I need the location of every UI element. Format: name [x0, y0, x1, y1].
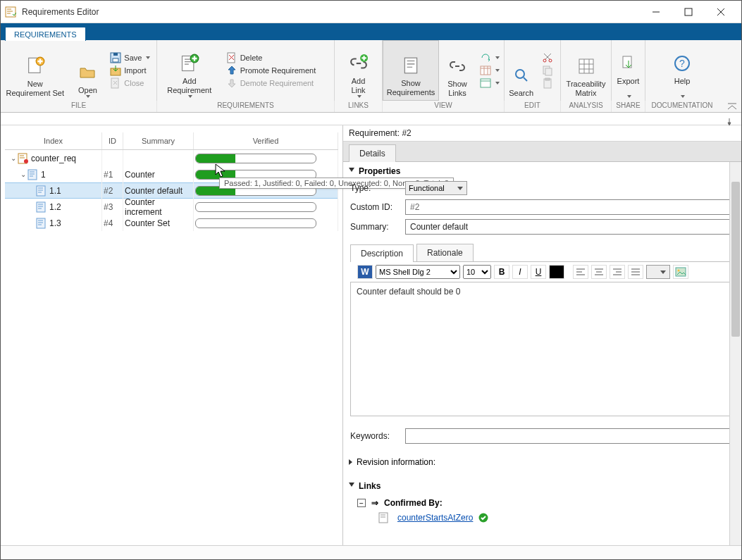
style-select[interactable]: [646, 265, 670, 279]
type-label: Type:: [350, 183, 400, 193]
open-label: Open: [78, 86, 97, 95]
links-label: Links: [359, 481, 381, 491]
revision-section[interactable]: Revision information:: [343, 453, 741, 470]
traceability-label: Traceability Matrix: [567, 80, 606, 98]
svg-rect-32: [37, 218, 45, 228]
tree-id: #3: [102, 199, 123, 215]
tree-id: #2: [102, 182, 123, 199]
svg-point-18: [549, 59, 552, 62]
pin-icon[interactable]: [726, 116, 733, 123]
new-requirement-set-button[interactable]: New Requirement Set: [1, 40, 70, 101]
close-button[interactable]: [705, 1, 737, 23]
col-id[interactable]: ID: [102, 132, 123, 149]
bold-button[interactable]: B: [494, 265, 509, 279]
traceability-button[interactable]: Traceability Matrix: [561, 40, 611, 101]
req-icon: [36, 201, 47, 213]
help-label: Help: [674, 77, 691, 86]
add-requirement-button[interactable]: Add Requirement: [157, 40, 222, 101]
svg-rect-6: [113, 53, 118, 56]
summary-label: Summary:: [350, 222, 400, 232]
align-justify-button[interactable]: [628, 265, 643, 279]
status-ok-icon: [478, 513, 488, 523]
col-verified[interactable]: Verified: [194, 132, 338, 149]
expand-toggle[interactable]: ⌄: [9, 154, 18, 162]
refresh-icon: [480, 52, 491, 63]
tab-description[interactable]: Description: [350, 244, 414, 262]
expand-toggle[interactable]: ⌄: [19, 170, 27, 178]
import-label: Import: [124, 66, 146, 75]
cut-button[interactable]: [542, 52, 556, 63]
status-bar: [1, 545, 741, 559]
tabstrip: REQUIREMENTS: [1, 23, 741, 40]
collapse-ribbon-icon[interactable]: [727, 100, 737, 113]
export-button[interactable]: Export: [612, 40, 645, 101]
color-button[interactable]: [549, 265, 564, 279]
font-select[interactable]: MS Shell Dlg 2: [376, 265, 460, 279]
custom-id-label: Custom ID:: [350, 202, 400, 212]
view-option1[interactable]: [480, 52, 500, 63]
type-select[interactable]: Functional: [405, 181, 467, 195]
search-button[interactable]: Search: [505, 40, 538, 101]
titlebar: Requirements Editor: [1, 1, 741, 23]
svg-rect-35: [379, 513, 388, 523]
group-analysis: ANALYSIS: [561, 101, 612, 112]
save-icon: [110, 52, 121, 63]
add-requirement-icon: [178, 51, 202, 75]
underline-button[interactable]: U: [531, 265, 546, 279]
view-option2[interactable]: [480, 65, 500, 76]
description-textarea[interactable]: Counter default should be 0: [350, 282, 734, 416]
align-center-button[interactable]: [591, 265, 607, 279]
tab-rationale[interactable]: Rationale: [416, 244, 474, 261]
tab-details[interactable]: Details: [349, 144, 396, 162]
fontsize-select[interactable]: 10: [463, 265, 491, 279]
tree-index: 1.2: [49, 202, 61, 212]
import-button[interactable]: Import: [110, 65, 152, 76]
delete-button[interactable]: Delete: [226, 52, 330, 63]
demote-icon: [226, 77, 237, 89]
italic-button[interactable]: I: [512, 265, 528, 279]
minimize-button[interactable]: [640, 1, 672, 23]
tree-summary: Counter increment: [123, 199, 194, 215]
properties-section[interactable]: Properties: [343, 162, 741, 179]
collapse-box[interactable]: −: [357, 499, 366, 507]
test-icon: [378, 512, 390, 523]
svg-rect-14: [481, 66, 490, 75]
open-button[interactable]: Open: [70, 40, 106, 101]
link-item[interactable]: counterStartsAtZero: [397, 513, 473, 523]
close-button-ribbon: Close: [110, 77, 152, 89]
add-link-button[interactable]: Add Link: [335, 40, 382, 101]
align-right-button[interactable]: [610, 265, 625, 279]
align-left-button[interactable]: [573, 265, 588, 279]
show-links-button[interactable]: Show Links: [439, 40, 476, 101]
view-option3[interactable]: [480, 77, 500, 89]
promote-label: Promote Requirement: [240, 66, 316, 75]
image-button[interactable]: [673, 265, 688, 279]
col-index[interactable]: Index: [5, 132, 102, 149]
links-section[interactable]: Links: [343, 477, 741, 494]
vertical-scrollbar[interactable]: [729, 162, 741, 545]
svg-rect-22: [545, 78, 550, 80]
summary-field[interactable]: [405, 219, 734, 235]
tree-id: #1: [102, 166, 123, 182]
word-icon[interactable]: W: [357, 265, 373, 279]
maximize-button[interactable]: [672, 1, 705, 23]
help-button[interactable]: ? Help: [645, 40, 719, 101]
keywords-field[interactable]: [405, 428, 734, 444]
save-button[interactable]: Save: [110, 52, 152, 63]
req-icon: [36, 185, 47, 197]
tree-root-label: counter_req: [31, 154, 76, 163]
custom-id-field[interactable]: [405, 199, 734, 215]
col-summary[interactable]: Summary: [123, 132, 194, 149]
promote-button[interactable]: Promote Requirement: [226, 65, 330, 76]
tab-requirements[interactable]: REQUIREMENTS: [5, 27, 86, 41]
show-requirements-button[interactable]: Show Requirements: [383, 40, 439, 101]
tree-row[interactable]: 1.2 #3 Counter increment: [5, 199, 338, 215]
link-add-icon: [347, 51, 371, 75]
scroll-thumb[interactable]: [731, 182, 740, 337]
keywords-label: Keywords:: [350, 431, 400, 441]
tree-row[interactable]: ⌄ counter_req: [5, 150, 338, 166]
group-edit: EDIT: [505, 101, 561, 112]
show-links-label: Show Links: [447, 80, 467, 98]
tree-row[interactable]: 1.3 #4 Counter Set: [5, 215, 338, 231]
add-link-label: Add Link: [351, 77, 365, 95]
